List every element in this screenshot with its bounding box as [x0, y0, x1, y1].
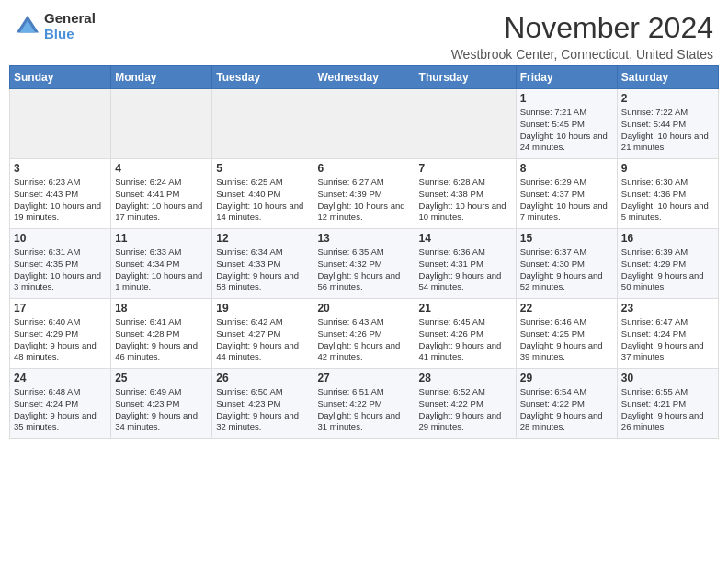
day-info: Sunrise: 6:47 AM Sunset: 4:24 PM Dayligh… — [621, 316, 714, 363]
day-number: 21 — [419, 302, 512, 315]
day-cell: 1Sunrise: 7:21 AM Sunset: 5:45 PM Daylig… — [516, 89, 617, 159]
week-row-3: 17Sunrise: 6:40 AM Sunset: 4:29 PM Dayli… — [10, 299, 719, 369]
day-info: Sunrise: 6:24 AM Sunset: 4:41 PM Dayligh… — [115, 177, 208, 224]
day-info: Sunrise: 7:21 AM Sunset: 5:45 PM Dayligh… — [520, 107, 613, 154]
day-cell: 22Sunrise: 6:46 AM Sunset: 4:25 PM Dayli… — [516, 299, 617, 369]
day-cell — [313, 89, 415, 159]
calendar-body: 1Sunrise: 7:21 AM Sunset: 5:45 PM Daylig… — [10, 89, 719, 439]
day-info: Sunrise: 6:25 AM Sunset: 4:40 PM Dayligh… — [216, 177, 309, 224]
day-cell: 19Sunrise: 6:42 AM Sunset: 4:27 PM Dayli… — [212, 299, 313, 369]
day-cell — [415, 89, 516, 159]
day-number: 25 — [115, 372, 208, 385]
day-cell — [111, 89, 212, 159]
day-number: 8 — [520, 162, 613, 175]
day-number: 14 — [419, 232, 512, 245]
calendar-header: SundayMondayTuesdayWednesdayThursdayFrid… — [10, 66, 719, 89]
day-info: Sunrise: 6:48 AM Sunset: 4:24 PM Dayligh… — [14, 386, 107, 433]
calendar: SundayMondayTuesdayWednesdayThursdayFrid… — [0, 65, 728, 444]
day-cell: 8Sunrise: 6:29 AM Sunset: 4:37 PM Daylig… — [516, 159, 617, 229]
day-info: Sunrise: 6:55 AM Sunset: 4:21 PM Dayligh… — [621, 386, 714, 433]
day-info: Sunrise: 6:39 AM Sunset: 4:29 PM Dayligh… — [621, 247, 714, 293]
day-number: 23 — [621, 302, 714, 315]
day-cell: 7Sunrise: 6:28 AM Sunset: 4:38 PM Daylig… — [415, 159, 516, 229]
day-info: Sunrise: 7:22 AM Sunset: 5:44 PM Dayligh… — [621, 107, 714, 154]
logo: General Blue — [15, 11, 96, 41]
logo-text: General Blue — [44, 11, 96, 41]
day-info: Sunrise: 6:45 AM Sunset: 4:26 PM Dayligh… — [419, 316, 512, 363]
day-number: 11 — [115, 232, 208, 245]
day-cell: 10Sunrise: 6:31 AM Sunset: 4:35 PM Dayli… — [10, 229, 111, 299]
day-info: Sunrise: 6:33 AM Sunset: 4:34 PM Dayligh… — [115, 247, 208, 293]
day-cell: 17Sunrise: 6:40 AM Sunset: 4:29 PM Dayli… — [10, 299, 111, 369]
day-info: Sunrise: 6:41 AM Sunset: 4:28 PM Dayligh… — [115, 316, 208, 363]
day-info: Sunrise: 6:35 AM Sunset: 4:32 PM Dayligh… — [317, 247, 410, 293]
day-info: Sunrise: 6:43 AM Sunset: 4:26 PM Dayligh… — [317, 316, 410, 363]
day-cell: 9Sunrise: 6:30 AM Sunset: 4:36 PM Daylig… — [617, 159, 718, 229]
day-number: 2 — [621, 92, 714, 105]
day-cell: 5Sunrise: 6:25 AM Sunset: 4:40 PM Daylig… — [212, 159, 313, 229]
day-cell: 12Sunrise: 6:34 AM Sunset: 4:33 PM Dayli… — [212, 229, 313, 299]
day-cell: 25Sunrise: 6:49 AM Sunset: 4:23 PM Dayli… — [111, 369, 212, 439]
week-row-2: 10Sunrise: 6:31 AM Sunset: 4:35 PM Dayli… — [10, 229, 719, 299]
day-info: Sunrise: 6:51 AM Sunset: 4:22 PM Dayligh… — [317, 386, 410, 433]
day-number: 16 — [621, 232, 714, 245]
week-row-1: 3Sunrise: 6:23 AM Sunset: 4:43 PM Daylig… — [10, 159, 719, 229]
day-cell: 14Sunrise: 6:36 AM Sunset: 4:31 PM Dayli… — [415, 229, 516, 299]
day-info: Sunrise: 6:31 AM Sunset: 4:35 PM Dayligh… — [14, 247, 107, 293]
day-cell: 18Sunrise: 6:41 AM Sunset: 4:28 PM Dayli… — [111, 299, 212, 369]
day-cell: 15Sunrise: 6:37 AM Sunset: 4:30 PM Dayli… — [516, 229, 617, 299]
day-number: 19 — [216, 302, 309, 315]
day-cell: 4Sunrise: 6:24 AM Sunset: 4:41 PM Daylig… — [111, 159, 212, 229]
day-info: Sunrise: 6:28 AM Sunset: 4:38 PM Dayligh… — [419, 177, 512, 224]
day-number: 29 — [520, 372, 613, 385]
day-number: 12 — [216, 232, 309, 245]
day-cell: 20Sunrise: 6:43 AM Sunset: 4:26 PM Dayli… — [313, 299, 415, 369]
day-cell — [212, 89, 313, 159]
day-info: Sunrise: 6:50 AM Sunset: 4:23 PM Dayligh… — [216, 386, 309, 433]
week-row-4: 24Sunrise: 6:48 AM Sunset: 4:24 PM Dayli… — [10, 369, 719, 439]
day-cell: 27Sunrise: 6:51 AM Sunset: 4:22 PM Dayli… — [313, 369, 415, 439]
day-number: 15 — [520, 232, 613, 245]
header-cell-monday: Monday — [111, 66, 212, 89]
day-info: Sunrise: 6:40 AM Sunset: 4:29 PM Dayligh… — [14, 316, 107, 363]
calendar-table: SundayMondayTuesdayWednesdayThursdayFrid… — [9, 65, 719, 439]
day-cell: 23Sunrise: 6:47 AM Sunset: 4:24 PM Dayli… — [617, 299, 718, 369]
header-row: SundayMondayTuesdayWednesdayThursdayFrid… — [10, 66, 719, 89]
title-section: November 2024 Westbrook Center, Connecti… — [451, 11, 713, 62]
day-cell: 13Sunrise: 6:35 AM Sunset: 4:32 PM Dayli… — [313, 229, 415, 299]
day-cell: 11Sunrise: 6:33 AM Sunset: 4:34 PM Dayli… — [111, 229, 212, 299]
day-number: 1 — [520, 92, 613, 105]
day-number: 30 — [621, 372, 714, 385]
day-cell: 28Sunrise: 6:52 AM Sunset: 4:22 PM Dayli… — [415, 369, 516, 439]
day-number: 6 — [317, 162, 410, 175]
day-info: Sunrise: 6:23 AM Sunset: 4:43 PM Dayligh… — [14, 177, 107, 224]
header-cell-friday: Friday — [516, 66, 617, 89]
day-cell: 29Sunrise: 6:54 AM Sunset: 4:22 PM Dayli… — [516, 369, 617, 439]
day-number: 7 — [419, 162, 512, 175]
day-number: 10 — [14, 232, 107, 245]
day-info: Sunrise: 6:37 AM Sunset: 4:30 PM Dayligh… — [520, 247, 613, 293]
day-number: 24 — [14, 372, 107, 385]
day-info: Sunrise: 6:36 AM Sunset: 4:31 PM Dayligh… — [419, 247, 512, 293]
day-info: Sunrise: 6:49 AM Sunset: 4:23 PM Dayligh… — [115, 386, 208, 433]
day-cell: 24Sunrise: 6:48 AM Sunset: 4:24 PM Dayli… — [10, 369, 111, 439]
day-info: Sunrise: 6:34 AM Sunset: 4:33 PM Dayligh… — [216, 247, 309, 293]
day-number: 3 — [14, 162, 107, 175]
logo-blue: Blue — [44, 27, 96, 42]
day-number: 9 — [621, 162, 714, 175]
header-cell-wednesday: Wednesday — [313, 66, 415, 89]
day-number: 13 — [317, 232, 410, 245]
day-number: 17 — [14, 302, 107, 315]
day-cell — [10, 89, 111, 159]
logo-icon — [15, 14, 40, 40]
page-header: General Blue November 2024 Westbrook Cen… — [0, 0, 728, 65]
day-number: 28 — [419, 372, 512, 385]
header-cell-saturday: Saturday — [617, 66, 718, 89]
day-number: 26 — [216, 372, 309, 385]
day-number: 18 — [115, 302, 208, 315]
day-number: 22 — [520, 302, 613, 315]
week-row-0: 1Sunrise: 7:21 AM Sunset: 5:45 PM Daylig… — [10, 89, 719, 159]
day-cell: 2Sunrise: 7:22 AM Sunset: 5:44 PM Daylig… — [617, 89, 718, 159]
day-cell: 3Sunrise: 6:23 AM Sunset: 4:43 PM Daylig… — [10, 159, 111, 229]
day-info: Sunrise: 6:30 AM Sunset: 4:36 PM Dayligh… — [621, 177, 714, 224]
